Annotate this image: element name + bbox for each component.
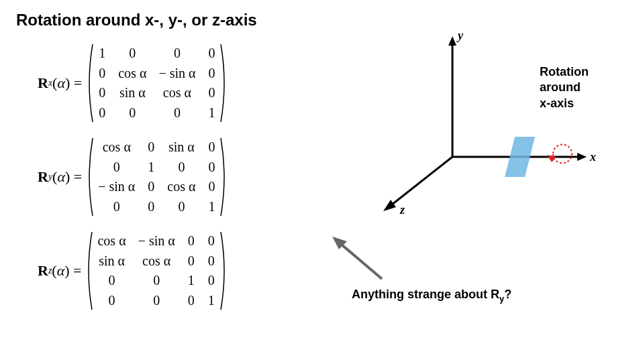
rx-lhs: Rx(α) = <box>38 74 82 92</box>
matrix-cell: 0 <box>187 233 195 249</box>
matrix-cell: cos α <box>118 66 146 82</box>
matrix-cell: 0 <box>207 66 215 82</box>
left-paren-icon <box>86 137 94 217</box>
arrow-to-ry-icon <box>328 232 389 286</box>
matrix-cell: 1 <box>147 160 155 176</box>
matrix-cell: − sin α <box>98 179 135 195</box>
ry-equation: Ry(α) = cos α0sin α00100− sin α0cos α000… <box>38 137 318 217</box>
matrix-cell: − sin α <box>158 66 195 82</box>
svg-line-11 <box>338 241 382 279</box>
matrix-cell: 0 <box>207 273 215 289</box>
matrix-cell: 0 <box>158 105 195 121</box>
matrix-cell: cos α <box>98 139 135 156</box>
matrix-cell: 1 <box>98 46 106 62</box>
matrix-cell: 0 <box>207 253 215 269</box>
matrix-cell: 0 <box>98 66 106 82</box>
svg-marker-4 <box>577 153 587 161</box>
matrix-cell: 0 <box>118 105 146 121</box>
matrix-cell: 0 <box>138 293 175 309</box>
matrix-cell: 0 <box>207 179 215 195</box>
svg-line-6 <box>389 157 452 207</box>
matrix-cell: sin α <box>167 139 195 156</box>
right-paren-icon <box>219 231 228 311</box>
matrix-cell: sin α <box>118 85 146 101</box>
matrix-cell: cos α <box>97 233 126 249</box>
ry-lhs: Ry(α) = <box>38 168 82 186</box>
matrix-cell: 0 <box>187 293 195 309</box>
matrix-cell: 0 <box>207 233 215 249</box>
right-paren-icon <box>219 43 228 123</box>
svg-text:z: z <box>399 203 405 217</box>
matrix-cell: 0 <box>207 85 215 101</box>
matrix-cell: 0 <box>158 46 195 62</box>
matrix-cell: − sin α <box>138 233 175 249</box>
matrix-cell: 0 <box>167 160 195 176</box>
matrix-cell: 0 <box>138 273 175 289</box>
matrix-cell: cos α <box>158 85 195 101</box>
rz-matrix: cos α− sin α00sin αcos α0000100001 <box>85 231 227 311</box>
matrix-cell: 0 <box>187 253 195 269</box>
matrix-cell: 0 <box>98 85 106 101</box>
matrix-cell: cos α <box>167 179 195 195</box>
rx-equation: Rx(α) = 10000cos α− sin α00sin αcos α000… <box>38 43 318 123</box>
matrix-cell: 0 <box>207 46 215 62</box>
matrix-cell: 0 <box>207 160 215 176</box>
rz-equation: Rz(α) = cos α− sin α00sin αcos α00001000… <box>38 231 318 311</box>
svg-marker-1 <box>448 36 456 46</box>
content-area: Rx(α) = 10000cos α− sin α00sin αcos α000… <box>16 43 623 324</box>
matrix-cell: 0 <box>147 139 155 156</box>
axes-diagram: y x z <box>358 23 600 217</box>
right-paren-icon <box>219 137 228 217</box>
svg-marker-7 <box>383 200 396 211</box>
svg-text:x: x <box>589 150 596 164</box>
matrix-cell: 0 <box>97 293 126 309</box>
matrix-cell: 1 <box>207 105 215 121</box>
matrix-cell: 1 <box>207 293 215 309</box>
right-column: y x z Rotation around x-axis Anything st <box>318 43 623 324</box>
matrix-cell: 0 <box>98 199 135 215</box>
matrix-cell: sin α <box>97 253 126 269</box>
left-paren-icon <box>85 231 93 311</box>
matrix-cell: 0 <box>97 273 126 289</box>
matrix-cell: 0 <box>207 139 215 156</box>
matrix-cell: 1 <box>187 273 195 289</box>
matrix-cell: 0 <box>147 199 155 215</box>
matrix-cell: 1 <box>207 199 215 215</box>
left-paren-icon <box>86 43 94 123</box>
matrix-cell: 0 <box>147 179 155 195</box>
rx-matrix: 10000cos α− sin α00sin αcos α00001 <box>86 43 228 123</box>
matrix-cell: 0 <box>167 199 195 215</box>
matrix-cell: 0 <box>98 105 106 121</box>
matrix-cell: 0 <box>98 160 135 176</box>
matrix-cell: cos α <box>138 253 175 269</box>
svg-text:y: y <box>456 29 464 42</box>
matrix-cell: 0 <box>118 46 146 62</box>
matrices-column: Rx(α) = 10000cos α− sin α00sin αcos α000… <box>16 43 318 324</box>
ry-matrix: cos α0sin α00100− sin α0cos α00001 <box>86 137 228 217</box>
rz-lhs: Rz(α) = <box>38 262 81 280</box>
question-text: Anything strange about Ry? <box>352 288 511 304</box>
rotation-label: Rotation around x-axis <box>540 64 589 111</box>
